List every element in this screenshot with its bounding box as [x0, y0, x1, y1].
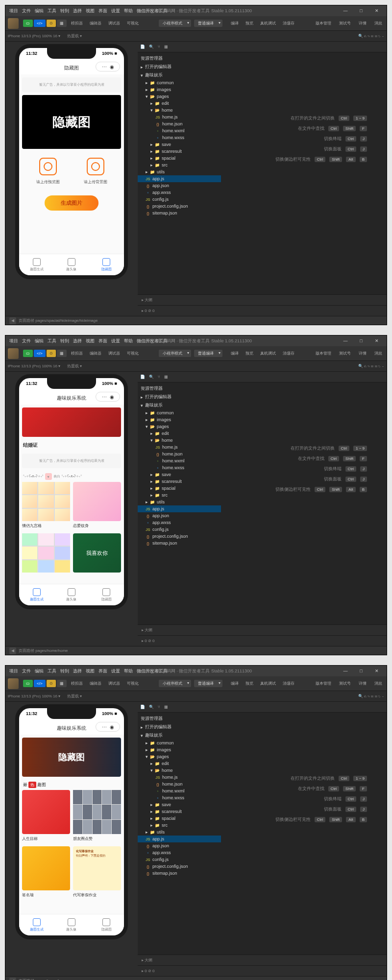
folder-edit[interactable]: ▸ 📁edit: [138, 430, 221, 437]
avatar[interactable]: [8, 348, 19, 359]
action-preview[interactable]: 预览: [245, 681, 253, 686]
menu-goto[interactable]: 转到: [60, 338, 69, 344]
extension-icon[interactable]: ▦: [164, 45, 168, 49]
folder-spacial[interactable]: ▸ 📁spacial: [138, 155, 221, 162]
menu-file[interactable]: 文件: [22, 668, 31, 674]
details[interactable]: 详情: [359, 351, 367, 356]
folder-home[interactable]: ▾ 📂home: [138, 767, 221, 774]
hotreload-select[interactable]: 热重载 ▾: [67, 33, 82, 39]
test-account[interactable]: 测试号: [339, 681, 351, 686]
card-moments-like[interactable]: 朋友圈点赞: [73, 790, 121, 843]
upload-preview-button[interactable]: 请上传预览图: [36, 158, 60, 185]
hotreload-select[interactable]: 热重载 ▾: [67, 363, 82, 369]
problems-bar[interactable]: ▸ 0 ⊘ 0: [138, 635, 387, 646]
messages[interactable]: 消息: [374, 21, 382, 26]
open-editors-section[interactable]: ▸ 打开的编辑器: [138, 393, 221, 401]
test-account[interactable]: 测试号: [339, 21, 351, 26]
version-mgmt[interactable]: 版本管理: [316, 351, 331, 356]
close-button[interactable]: ✕: [369, 6, 384, 15]
editor-icons[interactable]: 🔍 ⎌ ⇅ ⊞ ⊞ ↻ ⋯: [358, 364, 384, 368]
menu-view[interactable]: 视图: [86, 668, 95, 674]
close-button[interactable]: ✕: [369, 336, 384, 345]
folder-src[interactable]: ▸ 📁src: [138, 492, 221, 499]
action-remote-debug[interactable]: 真机调试: [260, 681, 276, 686]
project-root[interactable]: ▾ 趣味娱乐: [138, 71, 221, 79]
card-chalkboard[interactable]: 我喜欢你: [73, 533, 121, 573]
avatar[interactable]: [8, 678, 19, 689]
branch-icon[interactable]: ⑂: [158, 45, 160, 49]
details[interactable]: 详情: [359, 681, 367, 686]
minimize-button[interactable]: —: [338, 6, 353, 15]
file-homejson[interactable]: {}home.json: [138, 120, 221, 127]
avatar[interactable]: [8, 18, 19, 29]
upload-background-button[interactable]: 请上传背景图: [84, 158, 107, 185]
action-remote-debug[interactable]: 真机调试: [260, 351, 276, 356]
menu-file[interactable]: 文件: [22, 338, 31, 344]
file-sitemap[interactable]: {}sitemap.json: [138, 210, 221, 216]
version-mgmt[interactable]: 版本管理: [316, 681, 331, 686]
card-pastel[interactable]: [22, 533, 70, 573]
editor-toggle[interactable]: </>: [34, 680, 46, 687]
card-life-goal[interactable]: 人生目标: [22, 790, 70, 843]
debugger-toggle[interactable]: ⊙: [47, 350, 56, 357]
back-button[interactable]: ◀: [9, 647, 16, 654]
action-compile[interactable]: 编译: [231, 21, 239, 26]
details[interactable]: 详情: [359, 21, 367, 26]
menu-help[interactable]: 帮助: [124, 8, 133, 14]
file-appwxss[interactable]: ▫app.wxss: [138, 849, 221, 856]
explorer-icon[interactable]: 📄: [140, 705, 145, 709]
folder-images[interactable]: ▸ 📁images: [138, 416, 221, 423]
open-editors-section[interactable]: ▸ 打开的编辑器: [138, 723, 221, 731]
editor-toggle[interactable]: </>: [34, 20, 46, 27]
folder-utils[interactable]: ▸ 📁utils: [138, 829, 221, 836]
menu-help[interactable]: 帮助: [124, 668, 133, 674]
folder-common[interactable]: ▸ 📁common: [138, 409, 221, 416]
tab-avatar[interactable]: 趣头像: [54, 584, 89, 605]
file-homewxml[interactable]: ▫home.wxml: [138, 788, 221, 794]
folder-utils[interactable]: ▸ 📁utils: [138, 168, 221, 175]
menu-ui[interactable]: 界面: [98, 338, 107, 344]
file-configjs[interactable]: JSconfig.js: [138, 856, 221, 863]
file-appjs[interactable]: JSapp.js: [138, 836, 221, 842]
file-projectconfig[interactable]: {}project.config.json: [138, 863, 221, 870]
file-homewxml[interactable]: ▫home.wxml: [138, 127, 221, 134]
menu-tools[interactable]: 工具: [48, 668, 56, 674]
folder-scanresult[interactable]: ▸ 📁scanresult: [138, 478, 221, 485]
back-button[interactable]: ◀: [9, 317, 16, 324]
search-icon[interactable]: 🔍: [149, 45, 154, 49]
menu-edit[interactable]: 编辑: [35, 668, 44, 674]
file-projectconfig[interactable]: {}project.config.json: [138, 533, 221, 540]
minimize-button[interactable]: —: [338, 336, 353, 345]
debugger-toggle[interactable]: ⊙: [47, 20, 56, 27]
file-sitemap[interactable]: {}sitemap.json: [138, 540, 221, 547]
file-appjson[interactable]: {}app.json: [138, 182, 221, 189]
menu-goto[interactable]: 转到: [60, 8, 69, 14]
messages[interactable]: 消息: [374, 351, 382, 356]
menu-edit[interactable]: 编辑: [35, 8, 44, 14]
tab-home[interactable]: 趣图生成: [19, 254, 54, 275]
menu-goto[interactable]: 转到: [60, 668, 69, 674]
visual-toggle[interactable]: ▦: [57, 680, 67, 687]
capsule-menu[interactable]: ⋯◉: [96, 722, 120, 732]
compile-dropdown[interactable]: 普通编译: [194, 680, 222, 687]
extension-icon[interactable]: ▦: [164, 705, 168, 709]
menu-select[interactable]: 选择: [73, 8, 82, 14]
file-appwxss[interactable]: ▫app.wxss: [138, 189, 221, 196]
menu-settings[interactable]: 设置: [111, 8, 120, 14]
file-sitemap[interactable]: {}sitemap.json: [138, 870, 221, 877]
file-configjs[interactable]: JSconfig.js: [138, 196, 221, 203]
problems-bar[interactable]: ▸ 0 ⊘ 0: [138, 305, 387, 316]
outline-bar[interactable]: ▸ 大纲: [138, 624, 387, 635]
generate-button[interactable]: 生成图片: [45, 195, 98, 211]
tab-home[interactable]: 趣图生成: [19, 584, 54, 605]
folder-common[interactable]: ▸ 📁common: [138, 740, 221, 746]
extension-icon[interactable]: ▦: [164, 375, 168, 379]
test-account[interactable]: 测试号: [339, 351, 351, 356]
folder-spacial[interactable]: ▸ 📁spacial: [138, 485, 221, 492]
folder-save[interactable]: ▸ 📁save: [138, 801, 221, 808]
minimize-button[interactable]: —: [338, 667, 353, 675]
menu-file[interactable]: 文件: [22, 8, 31, 14]
folder-utils[interactable]: ▸ 📁utils: [138, 499, 221, 505]
file-appwxss[interactable]: ▫app.wxss: [138, 519, 221, 526]
capsule-more-icon[interactable]: ⋯: [102, 64, 107, 70]
